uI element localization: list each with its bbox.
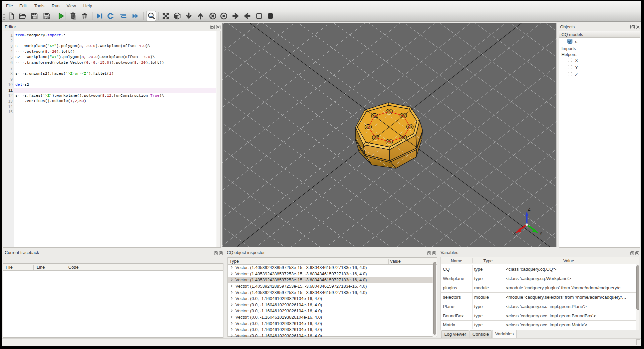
svg-text:Y: Y <box>539 231 542 236</box>
svg-text:X: X <box>513 231 516 236</box>
svg-text:Z: Z <box>528 207 530 212</box>
